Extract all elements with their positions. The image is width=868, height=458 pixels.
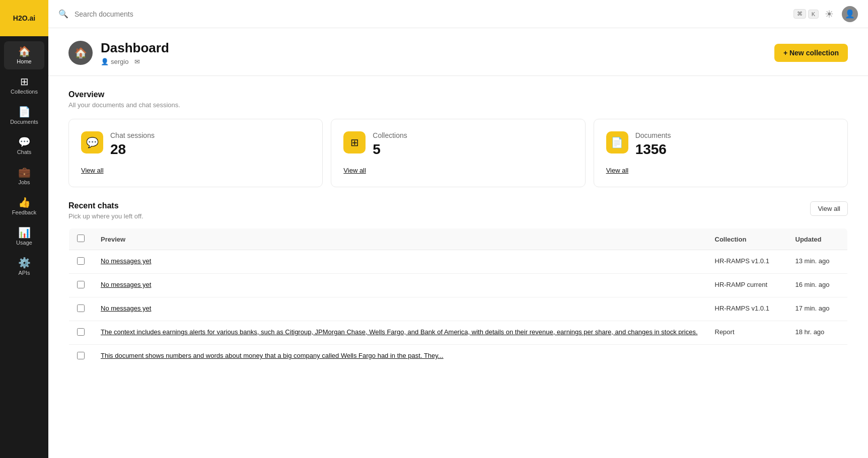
select-all-checkbox[interactable]: [77, 235, 85, 242]
view-all-chats-link[interactable]: View all: [81, 167, 104, 174]
row-checkbox[interactable]: [77, 352, 85, 359]
usage-icon: 📊: [18, 227, 31, 238]
stat-card-header-chat: 💬 Chat sessions 28: [81, 131, 310, 158]
recent-chats-view-all-button[interactable]: View all: [810, 201, 848, 216]
stat-info-chat: Chat sessions 28: [110, 131, 155, 158]
logo-text: H2O.ai: [13, 14, 35, 22]
user-icon: 👤: [101, 58, 109, 65]
row-checkbox-cell: [69, 345, 93, 368]
row-collection: HR-RAMP current: [707, 274, 787, 297]
apis-icon: ⚙️: [18, 258, 31, 268]
dashboard-meta: 👤 sergio ✉: [101, 58, 169, 65]
stat-label-collections: Collections: [373, 131, 407, 139]
preview-link[interactable]: No messages yet: [101, 257, 151, 265]
th-collection: Collection: [707, 228, 787, 250]
row-checkbox-cell: [69, 297, 93, 321]
stat-card-chat-sessions: 💬 Chat sessions 28 View all: [68, 119, 323, 187]
collections-stat-icon: ⊞: [343, 131, 366, 154]
dashboard-email[interactable]: ✉: [134, 58, 140, 65]
chats-icon: 💬: [18, 137, 31, 147]
stat-card-header-documents: 📄 Documents 1356: [606, 131, 835, 158]
jobs-icon: 💼: [18, 167, 31, 177]
new-collection-button[interactable]: + New collection: [774, 44, 848, 62]
row-updated: 13 min. ago: [787, 250, 848, 274]
documents-stat-icon: 📄: [606, 131, 628, 154]
dashboard-title-wrap: 🏠 Dashboard 👤 sergio ✉: [68, 40, 169, 65]
sidebar-item-apis[interactable]: ⚙️ APIs: [4, 253, 44, 281]
sidebar-item-documents[interactable]: 📄 Documents: [4, 102, 44, 130]
preview-link[interactable]: The context includes earnings alerts for…: [101, 328, 698, 336]
row-checkbox-cell: [69, 274, 93, 297]
row-checkbox[interactable]: [77, 257, 85, 265]
stat-cards: 💬 Chat sessions 28 View all ⊞ Collection…: [68, 119, 848, 187]
row-checkbox-cell: [69, 250, 93, 274]
sidebar-item-documents-label: Documents: [10, 119, 38, 125]
sidebar-logo[interactable]: H2O.ai: [0, 0, 48, 36]
row-collection: HR-RAMPS v1.0.1: [707, 297, 787, 321]
row-preview: This document shows numbers and words ab…: [93, 345, 707, 368]
documents-icon: 📄: [18, 107, 31, 117]
sidebar-item-feedback-label: Feedback: [12, 209, 36, 215]
dashboard-title: Dashboard: [101, 40, 169, 56]
shortcut-key1: ⌘: [793, 9, 806, 19]
search-input[interactable]: [75, 10, 787, 18]
sidebar-item-home[interactable]: 🏠 Home: [4, 41, 44, 69]
sidebar-item-jobs[interactable]: 💼 Jobs: [4, 162, 44, 190]
sidebar-item-apis-label: APIs: [18, 270, 30, 276]
search-icon: 🔍: [58, 9, 68, 19]
shortcut-key2: K: [808, 10, 819, 19]
th-checkbox: [69, 228, 93, 250]
email-icon: ✉: [134, 58, 140, 65]
home-icon: 🏠: [18, 46, 31, 56]
row-updated: 18 hr. ago: [787, 321, 848, 345]
main-content: 🔍 ⌘ K ☀ 👤 🏠 Dashboard 👤 s: [48, 0, 868, 458]
preview-link[interactable]: No messages yet: [101, 304, 151, 312]
overview-title: Overview: [68, 90, 848, 99]
row-checkbox-cell: [69, 321, 93, 345]
dashboard-username: sergio: [111, 58, 128, 65]
row-checkbox[interactable]: [77, 281, 85, 288]
stat-value-chat: 28: [110, 141, 155, 158]
row-preview: The context includes earnings alerts for…: [93, 321, 707, 345]
sidebar-item-feedback[interactable]: 👍 Feedback: [4, 192, 44, 220]
overview-section: Overview All your documents and chat ses…: [48, 76, 868, 201]
overview-subtitle: All your documents and chat sessions.: [68, 101, 848, 109]
sidebar-item-collections-label: Collections: [11, 89, 38, 95]
view-all-documents-link[interactable]: View all: [606, 167, 629, 174]
row-updated: 17 min. ago: [787, 297, 848, 321]
chat-sessions-icon: 💬: [81, 131, 103, 154]
sidebar-item-collections[interactable]: ⊞ Collections: [4, 71, 44, 100]
dashboard-user: 👤 sergio: [101, 58, 128, 65]
theme-toggle-icon[interactable]: ☀: [825, 8, 834, 20]
sidebar-item-home-label: Home: [17, 58, 31, 64]
stat-label-chat: Chat sessions: [110, 131, 155, 139]
view-all-collections-link[interactable]: View all: [343, 167, 366, 174]
stat-card-collections: ⊞ Collections 5 View all: [331, 119, 585, 187]
sidebar-item-usage[interactable]: 📊 Usage: [4, 222, 44, 251]
preview-link[interactable]: No messages yet: [101, 281, 151, 288]
row-collection: HR-RAMPS v1.0.1: [707, 250, 787, 274]
row-checkbox[interactable]: [77, 304, 85, 312]
stat-card-documents: 📄 Documents 1356 View all: [594, 119, 848, 187]
table-header-row: Preview Collection Updated: [69, 228, 848, 250]
sidebar-item-chats[interactable]: 💬 Chats: [4, 132, 44, 160]
sidebar: H2O.ai 🏠 Home ⊞ Collections 📄 Documents …: [0, 0, 48, 458]
stat-card-header-collections: ⊞ Collections 5: [343, 131, 572, 158]
stat-info-collections: Collections 5: [373, 131, 407, 158]
recent-chats-subtitle: Pick up where you left off.: [68, 212, 143, 220]
row-collection: Report: [707, 321, 787, 345]
table-row: The context includes earnings alerts for…: [69, 321, 848, 345]
row-preview: No messages yet: [93, 297, 707, 321]
recent-chats-title-wrap: Recent chats Pick up where you left off.: [68, 201, 143, 220]
stat-info-documents: Documents 1356: [635, 131, 671, 158]
topbar: 🔍 ⌘ K ☀ 👤: [48, 0, 868, 28]
content-area: 🏠 Dashboard 👤 sergio ✉ + New collection: [48, 28, 868, 458]
row-preview: No messages yet: [93, 250, 707, 274]
preview-link[interactable]: This document shows numbers and words ab…: [101, 352, 444, 359]
chats-table: Preview Collection Updated No messages y…: [68, 228, 848, 368]
sidebar-item-usage-label: Usage: [16, 240, 32, 246]
topbar-right: ☀ 👤: [825, 6, 858, 22]
recent-chats-header: Recent chats Pick up where you left off.…: [68, 201, 848, 220]
avatar[interactable]: 👤: [842, 6, 858, 22]
row-checkbox[interactable]: [77, 328, 85, 336]
